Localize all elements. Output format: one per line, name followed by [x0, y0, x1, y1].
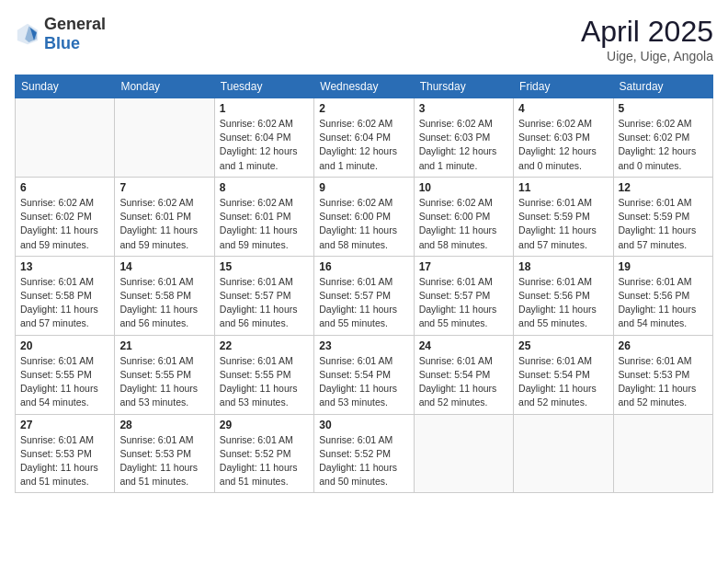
day-number: 10	[419, 181, 508, 194]
title-block: April 2025 Uige, Uige, Angola	[581, 15, 713, 63]
logo-blue: Blue	[44, 34, 80, 52]
day-info: Sunrise: 6:01 AMSunset: 5:55 PMDaylight:…	[220, 354, 309, 410]
day-info: Sunrise: 6:01 AMSunset: 5:52 PMDaylight:…	[319, 433, 408, 489]
calendar-cell: 26Sunrise: 6:01 AMSunset: 5:53 PMDayligh…	[613, 335, 712, 414]
calendar-cell: 5Sunrise: 6:02 AMSunset: 6:02 PMDaylight…	[613, 98, 712, 178]
day-info: Sunrise: 6:01 AMSunset: 5:57 PMDaylight:…	[419, 275, 508, 331]
calendar-cell: 21Sunrise: 6:01 AMSunset: 5:55 PMDayligh…	[115, 335, 214, 414]
day-number: 4	[518, 102, 608, 115]
calendar-cell	[514, 414, 613, 493]
logo-general: General	[44, 15, 106, 33]
day-info: Sunrise: 6:01 AMSunset: 5:56 PMDaylight:…	[518, 275, 608, 331]
day-info: Sunrise: 6:01 AMSunset: 5:52 PMDaylight:…	[220, 433, 309, 489]
day-info: Sunrise: 6:02 AMSunset: 6:00 PMDaylight:…	[419, 196, 508, 252]
week-row-3: 13Sunrise: 6:01 AMSunset: 5:58 PMDayligh…	[16, 256, 713, 335]
day-number: 26	[619, 339, 708, 352]
calendar-cell: 2Sunrise: 6:02 AMSunset: 6:04 PMDaylight…	[314, 98, 414, 178]
day-number: 25	[518, 339, 608, 352]
week-row-1: 1Sunrise: 6:02 AMSunset: 6:04 PMDaylight…	[16, 98, 713, 178]
calendar-cell: 19Sunrise: 6:01 AMSunset: 5:56 PMDayligh…	[613, 256, 712, 335]
calendar-cell	[414, 414, 513, 493]
day-number: 12	[619, 181, 708, 194]
calendar-cell: 16Sunrise: 6:01 AMSunset: 5:57 PMDayligh…	[314, 256, 414, 335]
logo-icon	[15, 21, 40, 47]
day-number: 20	[20, 339, 109, 352]
day-info: Sunrise: 6:01 AMSunset: 5:59 PMDaylight:…	[518, 196, 608, 252]
day-number: 7	[119, 181, 209, 194]
day-number: 11	[518, 181, 608, 194]
day-number: 5	[619, 102, 708, 115]
calendar-table: SundayMondayTuesdayWednesdayThursdayFrid…	[15, 75, 713, 493]
calendar-cell: 12Sunrise: 6:01 AMSunset: 5:59 PMDayligh…	[613, 177, 712, 256]
calendar-cell: 13Sunrise: 6:01 AMSunset: 5:58 PMDayligh…	[16, 256, 115, 335]
day-info: Sunrise: 6:01 AMSunset: 5:53 PMDaylight:…	[20, 433, 109, 489]
day-info: Sunrise: 6:02 AMSunset: 6:02 PMDaylight:…	[20, 196, 109, 252]
calendar-cell	[16, 98, 115, 178]
day-info: Sunrise: 6:02 AMSunset: 6:03 PMDaylight:…	[518, 117, 608, 173]
calendar-cell: 24Sunrise: 6:01 AMSunset: 5:54 PMDayligh…	[414, 335, 513, 414]
day-number: 16	[319, 260, 408, 273]
day-number: 2	[319, 102, 408, 115]
day-number: 30	[319, 419, 408, 431]
day-number: 23	[319, 339, 408, 352]
day-info: Sunrise: 6:02 AMSunset: 6:02 PMDaylight:…	[619, 117, 708, 173]
day-info: Sunrise: 6:01 AMSunset: 5:54 PMDaylight:…	[419, 354, 508, 410]
day-number: 3	[419, 102, 508, 115]
day-info: Sunrise: 6:01 AMSunset: 5:53 PMDaylight:…	[619, 354, 708, 410]
calendar-header-row: SundayMondayTuesdayWednesdayThursdayFrid…	[16, 75, 713, 98]
day-number: 27	[20, 419, 109, 431]
calendar-cell: 10Sunrise: 6:02 AMSunset: 6:00 PMDayligh…	[414, 177, 513, 256]
page-header: General Blue April 2025 Uige, Uige, Ango…	[15, 15, 713, 63]
day-number: 8	[220, 181, 309, 194]
calendar-cell: 6Sunrise: 6:02 AMSunset: 6:02 PMDaylight…	[16, 177, 115, 256]
day-number: 24	[419, 339, 508, 352]
calendar-cell	[613, 414, 712, 493]
day-info: Sunrise: 6:01 AMSunset: 5:57 PMDaylight:…	[220, 275, 309, 331]
day-info: Sunrise: 6:01 AMSunset: 5:54 PMDaylight:…	[518, 354, 608, 410]
calendar-cell: 18Sunrise: 6:01 AMSunset: 5:56 PMDayligh…	[514, 256, 613, 335]
calendar-cell: 9Sunrise: 6:02 AMSunset: 6:00 PMDaylight…	[314, 177, 414, 256]
weekday-header-tuesday: Tuesday	[214, 75, 313, 98]
day-info: Sunrise: 6:02 AMSunset: 6:04 PMDaylight:…	[220, 117, 309, 173]
day-number: 21	[119, 339, 209, 352]
day-number: 29	[220, 419, 309, 431]
weekday-header-saturday: Saturday	[613, 75, 712, 98]
weekday-header-wednesday: Wednesday	[314, 75, 414, 98]
day-info: Sunrise: 6:01 AMSunset: 5:55 PMDaylight:…	[20, 354, 109, 410]
day-info: Sunrise: 6:02 AMSunset: 6:01 PMDaylight:…	[119, 196, 209, 252]
weekday-header-thursday: Thursday	[414, 75, 513, 98]
day-info: Sunrise: 6:01 AMSunset: 5:59 PMDaylight:…	[619, 196, 708, 252]
week-row-5: 27Sunrise: 6:01 AMSunset: 5:53 PMDayligh…	[16, 414, 713, 493]
month-title: April 2025	[581, 15, 713, 49]
day-info: Sunrise: 6:01 AMSunset: 5:57 PMDaylight:…	[319, 275, 408, 331]
calendar-cell: 22Sunrise: 6:01 AMSunset: 5:55 PMDayligh…	[214, 335, 313, 414]
calendar-cell: 28Sunrise: 6:01 AMSunset: 5:53 PMDayligh…	[115, 414, 214, 493]
calendar-cell: 1Sunrise: 6:02 AMSunset: 6:04 PMDaylight…	[214, 98, 313, 178]
calendar-cell: 27Sunrise: 6:01 AMSunset: 5:53 PMDayligh…	[16, 414, 115, 493]
day-number: 19	[619, 260, 708, 273]
day-info: Sunrise: 6:01 AMSunset: 5:53 PMDaylight:…	[119, 433, 209, 489]
logo-text-block: General Blue	[44, 15, 106, 53]
day-number: 17	[419, 260, 508, 273]
day-number: 9	[319, 181, 408, 194]
calendar-cell: 30Sunrise: 6:01 AMSunset: 5:52 PMDayligh…	[314, 414, 414, 493]
logo[interactable]: General Blue	[15, 15, 106, 53]
day-number: 1	[220, 102, 309, 115]
calendar-cell	[115, 98, 214, 178]
calendar-cell: 20Sunrise: 6:01 AMSunset: 5:55 PMDayligh…	[16, 335, 115, 414]
day-info: Sunrise: 6:02 AMSunset: 6:04 PMDaylight:…	[319, 117, 408, 173]
day-number: 18	[518, 260, 608, 273]
calendar-cell: 4Sunrise: 6:02 AMSunset: 6:03 PMDaylight…	[514, 98, 613, 178]
day-info: Sunrise: 6:02 AMSunset: 6:00 PMDaylight:…	[319, 196, 408, 252]
weekday-header-sunday: Sunday	[16, 75, 115, 98]
day-number: 14	[119, 260, 209, 273]
week-row-2: 6Sunrise: 6:02 AMSunset: 6:02 PMDaylight…	[16, 177, 713, 256]
day-info: Sunrise: 6:01 AMSunset: 5:55 PMDaylight:…	[119, 354, 209, 410]
calendar-cell: 14Sunrise: 6:01 AMSunset: 5:58 PMDayligh…	[115, 256, 214, 335]
calendar-cell: 11Sunrise: 6:01 AMSunset: 5:59 PMDayligh…	[514, 177, 613, 256]
day-info: Sunrise: 6:01 AMSunset: 5:58 PMDaylight:…	[119, 275, 209, 331]
calendar-cell: 15Sunrise: 6:01 AMSunset: 5:57 PMDayligh…	[214, 256, 313, 335]
day-number: 15	[220, 260, 309, 273]
week-row-4: 20Sunrise: 6:01 AMSunset: 5:55 PMDayligh…	[16, 335, 713, 414]
location-title: Uige, Uige, Angola	[581, 49, 713, 63]
